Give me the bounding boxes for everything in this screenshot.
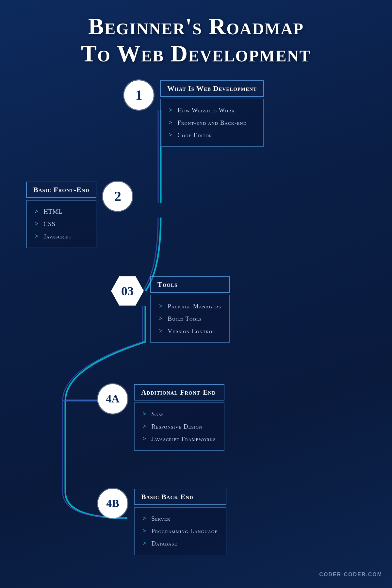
step-4a-item-2-text: Responsive Design [151, 423, 203, 430]
step-1-item-3-text: Code Editor [177, 132, 212, 139]
arrow-icon: > [35, 233, 39, 240]
step-3-item-1-text: Package Managers [168, 303, 221, 310]
roadmap: 1 What is Web Development > How Websites… [0, 74, 392, 583]
step-3-item-3-text: Version Control [168, 328, 215, 335]
title-line2: to Web Development [0, 40, 392, 67]
step-2-inner: Basic Front-End > HTML > CSS > Javascrip… [26, 182, 132, 248]
step-2-content: Basic Front-End > HTML > CSS > Javascrip… [26, 182, 96, 248]
step-4a-item-1-text: Sass [151, 411, 164, 418]
arrow-icon: > [143, 435, 146, 442]
step-4b-items: > Server > Programming Language > Databa… [134, 507, 226, 555]
step-4a-items: > Sass > Responsive Design > Javascript … [134, 402, 224, 451]
step-4b-content: Basic Back End > Server > Programming La… [134, 489, 226, 555]
step-3-title: Tools [157, 280, 177, 288]
step-4b-badge: 4B [98, 489, 127, 518]
arrow-icon: > [35, 208, 39, 215]
arrow-icon: > [143, 423, 146, 430]
step-1-item-3: > Code Editor [169, 129, 255, 141]
step-4b-item-3-text: Database [151, 540, 177, 547]
arrow-icon: > [159, 328, 163, 335]
step-3-number: 03 [121, 284, 134, 298]
step-4b-number: 4B [106, 497, 119, 510]
arrow-icon: > [169, 107, 172, 114]
arrow-icon: > [143, 540, 146, 547]
step-4b-item-1-text: Server [151, 515, 170, 522]
step-3-title-box: Tools [150, 276, 230, 293]
step-1-item-2: > Front-end and Back-end [169, 117, 255, 129]
step-2-number: 2 [114, 188, 121, 204]
step-2: Basic Front-End > HTML > CSS > Javascrip… [26, 182, 132, 248]
step-4b-title: Basic Back End [141, 493, 193, 501]
step-3-item-1: > Package Managers [159, 300, 221, 313]
arrow-icon: > [169, 132, 172, 139]
step-4a: 4A Additional Front-End > Sass > Respons… [98, 384, 224, 451]
step-2-item-1: > HTML [35, 205, 88, 218]
title-line1: Beginner's Roadmap [0, 13, 392, 40]
step-1: 1 What is Web Development > How Websites… [124, 80, 264, 147]
step-3-badge: 03 [111, 276, 144, 306]
step-2-items: > HTML > CSS > Javascript [26, 200, 96, 248]
step-4b-item-3: > Database [143, 537, 218, 550]
step-4a-title: Additional Front-End [141, 388, 216, 396]
step-2-item-3: > Javascript [35, 230, 88, 243]
arrow-icon: > [159, 303, 163, 310]
step-2-badge: 2 [103, 182, 132, 211]
step-1-item-2-text: Front-end and Back-end [177, 119, 247, 126]
main-title: Beginner's Roadmap to Web Development [0, 0, 392, 67]
step-4b-item-1: > Server [143, 513, 218, 525]
step-4a-item-1: > Sass [143, 408, 216, 420]
step-2-item-1-text: HTML [43, 208, 62, 215]
arrow-icon: > [169, 119, 172, 126]
step-1-number: 1 [136, 87, 142, 103]
step-3-item-3: > Version Control [159, 325, 221, 337]
step-1-items: > How Websites Work > Front-end and Back… [160, 99, 264, 147]
step-4a-content: Additional Front-End > Sass > Responsive… [134, 384, 224, 451]
step-3-item-2-text: Build Tools [168, 315, 202, 322]
step-4a-title-box: Additional Front-End [134, 384, 224, 400]
step-1-item-1: > How Websites Work [169, 104, 255, 117]
step-4a-number: 4A [106, 393, 120, 405]
step-1-title: What is Web Development [167, 84, 257, 92]
step-1-badge: 1 [124, 80, 154, 110]
step-2-title: Basic Front-End [33, 186, 89, 194]
step-4b-title-box: Basic Back End [134, 489, 226, 505]
arrow-icon: > [159, 315, 163, 322]
step-4b: 4B Basic Back End > Server > Programming… [98, 489, 226, 555]
step-3-content: Tools > Package Managers > Build Tools >… [150, 276, 230, 343]
step-4a-badge: 4A [98, 384, 127, 414]
arrow-icon: > [143, 528, 146, 534]
step-3: 03 Tools > Package Managers > Build Tool… [111, 276, 230, 343]
footer: CODER-CODER.COM [319, 572, 382, 578]
step-4a-item-3: > Javascript Frameworks [143, 433, 216, 445]
step-2-item-2: > CSS [35, 218, 88, 230]
step-1-item-1-text: How Websites Work [177, 107, 235, 114]
step-4a-item-2: > Responsive Design [143, 420, 216, 433]
step-3-items: > Package Managers > Build Tools > Versi… [150, 295, 230, 343]
step-4b-item-2-text: Programming Language [151, 528, 218, 535]
arrow-icon: > [143, 411, 146, 417]
step-3-item-2: > Build Tools [159, 313, 221, 325]
footer-url: CODER-CODER.COM [319, 572, 382, 577]
step-4b-item-2: > Programming Language [143, 525, 218, 537]
arrow-icon: > [35, 220, 39, 227]
step-2-title-box: Basic Front-End [26, 182, 96, 198]
step-2-item-2-text: CSS [43, 220, 56, 228]
step-2-item-3-text: Javascript [43, 233, 72, 240]
step-4a-item-3-text: Javascript Frameworks [151, 435, 216, 443]
step-1-content: What is Web Development > How Websites W… [160, 80, 264, 147]
step-1-title-box: What is Web Development [160, 80, 264, 97]
arrow-icon: > [143, 515, 146, 522]
